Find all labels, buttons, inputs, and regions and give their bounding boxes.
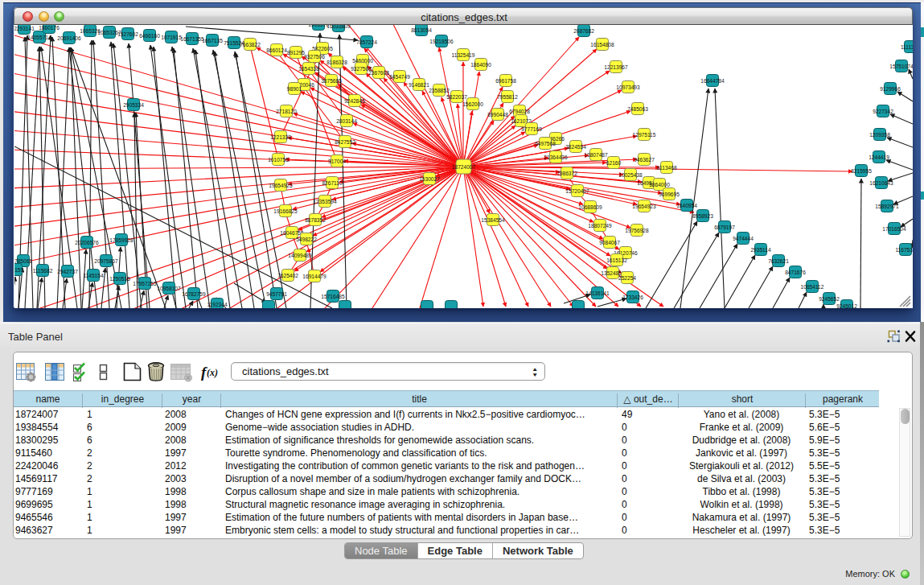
svg-text:19654923: 19654923	[632, 204, 656, 209]
svg-text:2935114: 2935114	[750, 247, 771, 253]
svg-text:1860176: 1860176	[39, 25, 60, 31]
svg-text:1244419: 1244419	[869, 154, 889, 160]
svg-text:1071915: 1071915	[161, 35, 182, 40]
svg-text:1733426: 1733426	[622, 295, 643, 300]
svg-text:16782759: 16782759	[182, 291, 206, 297]
svg-text:2942737: 2942737	[57, 269, 78, 274]
svg-text:19166825: 19166825	[273, 208, 298, 214]
svg-text:1530027: 1530027	[419, 176, 440, 182]
svg-text:785061: 785061	[14, 258, 32, 264]
svg-text:12213967: 12213967	[604, 64, 628, 70]
svg-text:12353594: 12353594	[313, 199, 337, 204]
svg-text:19654925: 19654925	[269, 183, 293, 188]
svg-text:12975115: 12975115	[633, 132, 656, 138]
svg-text:9327506: 9327506	[304, 54, 325, 60]
svg-text:8660124: 8660124	[266, 47, 287, 53]
svg-text:6497568: 6497568	[535, 141, 556, 146]
svg-text:5864000: 5864000	[649, 182, 670, 187]
svg-text:3875685: 3875685	[321, 78, 342, 84]
svg-text:8813054: 8813054	[411, 27, 432, 33]
svg-text:8471676: 8471676	[785, 270, 806, 275]
svg-text:1209358: 1209358	[869, 132, 890, 138]
svg-text:10688609: 10688609	[578, 204, 602, 210]
svg-text:7857224: 7857224	[356, 39, 377, 45]
svg-text:16033809: 16033809	[326, 25, 351, 29]
svg-text:917004: 917004	[328, 159, 346, 164]
svg-text:252254: 252254	[618, 275, 636, 281]
svg-text:14136141: 14136141	[585, 290, 610, 296]
svg-text:9146821: 9146821	[409, 82, 429, 88]
svg-text:6879197: 6879197	[714, 225, 735, 230]
svg-text:10654112: 10654112	[801, 284, 824, 290]
svg-text:(x): (x)	[207, 367, 218, 378]
svg-text:7663822: 7663822	[240, 42, 261, 47]
svg-text:8878352: 8878352	[305, 217, 326, 223]
svg-text:15384554: 15384554	[481, 217, 505, 223]
svg-text:18724007: 18724007	[452, 164, 476, 170]
svg-text:891295: 891295	[287, 50, 305, 56]
svg-text:2905334: 2905334	[123, 102, 144, 108]
svg-text:15751074: 15751074	[889, 64, 913, 69]
svg-text:1667135: 1667135	[202, 38, 223, 43]
svg-text:2293141: 2293141	[14, 26, 35, 31]
svg-text:14055714: 14055714	[27, 35, 51, 40]
svg-text:9245012: 9245012	[836, 303, 857, 309]
svg-text:9463627: 9463627	[634, 157, 655, 163]
svg-text:3824554: 3824554	[565, 144, 586, 150]
svg-text:10973493: 10973493	[616, 84, 640, 90]
svg-text:1527602: 1527602	[117, 31, 138, 37]
svg-text:10807487: 10807487	[584, 152, 608, 158]
svg-text:7625402: 7625402	[277, 273, 298, 278]
svg-text:10958107: 10958107	[157, 286, 181, 291]
svg-text:8186328: 8186328	[326, 60, 347, 65]
svg-text:1167531: 1167531	[895, 247, 913, 253]
svg-text:9777169: 9777169	[521, 126, 542, 132]
svg-text:1221338: 1221338	[270, 134, 291, 140]
svg-text:7955812: 7955812	[497, 94, 518, 100]
svg-text:8990448: 8990448	[487, 112, 508, 117]
svg-text:2803144: 2803144	[336, 118, 357, 124]
svg-text:18807249: 18807249	[588, 223, 612, 229]
svg-text:10025438: 10025438	[618, 172, 643, 178]
svg-text:9474444: 9474444	[733, 236, 754, 241]
svg-text:7986372: 7986372	[556, 171, 577, 176]
svg-text:9242845: 9242845	[344, 98, 365, 104]
svg-text:8427552: 8427552	[335, 139, 355, 145]
svg-text:1640954: 1640954	[676, 203, 697, 208]
svg-text:19756928: 19756928	[625, 228, 649, 233]
svg-text:15720407: 15720407	[565, 188, 589, 194]
svg-text:8958923: 8958923	[692, 213, 713, 219]
svg-text:9084067: 9084067	[599, 240, 620, 245]
svg-text:16671355: 16671355	[180, 36, 204, 42]
svg-text:17016504: 17016504	[882, 226, 906, 232]
svg-text:1562000: 1562000	[462, 101, 483, 107]
svg-text:20691406: 20691406	[57, 35, 81, 41]
svg-text:15892971: 15892971	[875, 204, 899, 209]
svg-text:8267110: 8267110	[322, 180, 343, 186]
svg-text:11325419: 11325419	[452, 52, 475, 58]
svg-text:2367608: 2367608	[368, 70, 389, 76]
svg-text:39159: 39159	[14, 267, 23, 273]
svg-text:5822037: 5822037	[446, 94, 467, 100]
svg-text:16210643: 16210643	[869, 180, 893, 186]
svg-text:1111340: 1111340	[901, 44, 913, 50]
svg-text:17957255: 17957255	[133, 281, 157, 286]
svg-text:2087682: 2087682	[573, 28, 594, 34]
svg-text:20975867: 20975867	[94, 258, 118, 264]
svg-text:8113468: 8113468	[656, 165, 677, 171]
svg-text:2358852: 2358852	[429, 88, 450, 93]
svg-text:9227342: 9227342	[873, 109, 893, 114]
svg-text:8454749: 8454749	[389, 74, 410, 80]
svg-text:14099489: 14099489	[288, 253, 312, 258]
svg-text:1192344: 1192344	[207, 302, 228, 307]
svg-text:16644784: 16644784	[700, 78, 725, 84]
svg-text:9457791: 9457791	[266, 291, 287, 297]
svg-text:9245652: 9245652	[819, 296, 840, 302]
svg-text:1903376: 1903376	[308, 25, 329, 27]
svg-text:9129966: 9129966	[880, 86, 901, 92]
svg-text:7485063: 7485063	[627, 106, 648, 112]
svg-text:17859928: 17859928	[109, 237, 133, 243]
svg-text:1145154: 1145154	[83, 273, 104, 278]
svg-text:16914479: 16914479	[302, 274, 326, 279]
svg-text:5498222: 5498222	[296, 237, 317, 242]
